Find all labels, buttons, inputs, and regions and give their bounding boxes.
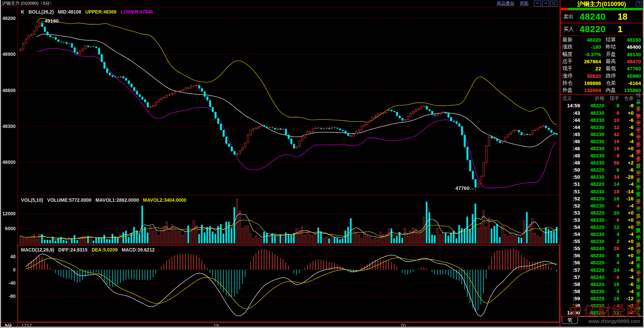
tick-time: :58: [562, 288, 580, 294]
quote-value: 47760: [619, 66, 641, 71]
tick-oi-change: -4: [619, 260, 634, 265]
tick-volume: 4: [604, 260, 619, 265]
chart-nav-buttons: ⇦ ⇨ ◫: [534, 1, 557, 6]
tick-volume: 2: [604, 238, 619, 244]
tick-price: 48220: [580, 267, 604, 273]
tick-row: :57482406-4空平: [562, 274, 641, 281]
tick-price: 48230: [580, 303, 604, 308]
tick-oi-change: -6: [619, 281, 634, 287]
quote-row: 幅度-0.37%开盘48130: [562, 51, 641, 58]
quote-label: 仓差: [606, 80, 619, 86]
tick-row: :514824018-14空平: [562, 188, 641, 195]
tick-time: :53: [562, 217, 580, 223]
quote-grid: 最新48220结算48180涨跌-180昨结48400幅度-0.37%开盘481…: [560, 36, 643, 95]
quote-value: 48400: [619, 44, 641, 50]
tick-oi-change: +0: [619, 110, 634, 116]
tick-volume: 8: [604, 153, 619, 158]
arrow-right-icon[interactable]: ⇨: [542, 1, 549, 6]
tick-row: :52482304-4双平: [562, 202, 641, 209]
quote-label: 跌停: [606, 73, 619, 79]
buy-strength-bar: [568, 8, 643, 10]
tick-oi-change: -2: [619, 303, 634, 308]
tick-volume: 6: [604, 167, 619, 173]
tick-time: :57: [562, 267, 580, 273]
col-header-volume: 现手: [604, 95, 619, 102]
quote-row: 持仓199886仓差-6164: [562, 80, 641, 87]
tab-tick-detail[interactable]: 笔: [562, 316, 578, 324]
tick-oi-change: -4: [619, 274, 634, 280]
tick-volume: 4: [604, 303, 619, 308]
bid-label: 买入: [563, 26, 580, 32]
tick-row: :594822016-12多平: [562, 295, 641, 302]
tick-row: :544822012+0空换: [562, 223, 641, 231]
tick-time: :46: [562, 138, 580, 144]
tick-oi-change: +2: [619, 160, 634, 166]
tick-row: :454823042-6空平: [562, 131, 641, 138]
tick-oi-change: -6: [619, 131, 634, 137]
tick-time: :59: [562, 303, 580, 308]
tick-time: :44: [562, 117, 580, 123]
tick-volume: 12: [604, 124, 619, 130]
tick-price: 48230: [580, 146, 604, 151]
quote-label: 持仓: [562, 80, 575, 86]
quote-label: 幅度: [562, 51, 575, 58]
tick-row: :54482304-4双平: [562, 231, 641, 238]
bid-price: 48220: [580, 24, 618, 35]
restore-window-icon[interactable]: ❐: [636, 1, 642, 6]
tick-volume: 8: [604, 253, 619, 258]
quote-label: 最高: [606, 58, 619, 65]
tick-price: 48230: [580, 138, 604, 144]
quote-value: 50820: [575, 73, 601, 79]
tick-time: :51: [562, 189, 580, 194]
tick-price: 48230: [580, 131, 604, 137]
quote-panel: 沪铜主力(010090) ❐ 卖出 48240 18 买入 48220 1 最新…: [560, 0, 643, 327]
tick-oi-change: +0: [619, 224, 634, 230]
tick-price: 48240: [580, 245, 604, 251]
ask-label: 卖出: [563, 14, 580, 20]
quote-value: 22: [575, 66, 601, 71]
tick-price: 48230: [580, 124, 604, 130]
ask-row[interactable]: 卖出 48240 18: [560, 10, 643, 23]
tick-volume: 18: [604, 189, 619, 194]
tick-time: :45: [562, 131, 580, 137]
period-link[interactable]: 周期: [520, 0, 529, 6]
arrow-left-icon[interactable]: ⇦: [534, 1, 541, 6]
tick-volume: 4: [604, 203, 619, 209]
quote-value: -6164: [619, 80, 641, 86]
tick-time: :55: [562, 238, 580, 244]
tick-row: :43482306+0多换: [562, 109, 641, 116]
tick-price: 48220: [580, 281, 604, 287]
quote-label: 昨结: [606, 44, 619, 50]
quote-value: 267864: [575, 59, 601, 64]
tick-time: :53: [562, 210, 580, 216]
col-header-oi-change: 仓差: [619, 95, 634, 102]
tick-volume: 6: [604, 110, 619, 116]
tick-time: :55: [562, 245, 580, 251]
tick-row: :584822016-6多平: [562, 281, 641, 288]
tick-oi-change: -6: [619, 167, 634, 173]
chart-region[interactable]: K BOLL(26,2) MID:48108 UPPER:48369 LOWER…: [0, 0, 560, 328]
quote-value: 132004: [575, 87, 601, 93]
split-window-icon[interactable]: ◫: [550, 1, 557, 6]
title-bar-actions: 商品叠加 周期 ⇦ ⇨ ◫: [497, 0, 557, 6]
tick-volume: 14: [604, 181, 619, 187]
bid-row[interactable]: 买入 48220 1: [560, 23, 643, 36]
quote-value: 48130: [619, 51, 641, 57]
tick-price: 48220: [580, 167, 604, 173]
tick-time: 15:00: [562, 310, 580, 315]
quote-row: 总手267864最高48470: [562, 58, 641, 65]
tick-oi-change: -6: [619, 117, 634, 123]
tick-row: :514822014-4多平: [562, 180, 641, 188]
tick-volume: 6: [604, 217, 619, 223]
tick-time: :50: [562, 167, 580, 173]
tick-oi-change: +0: [619, 238, 634, 244]
quote-label: 总手: [562, 58, 575, 65]
tick-row: :56482308+0空换: [562, 252, 641, 259]
kline-canvas[interactable]: [0, 0, 560, 328]
tick-row: :464823016+0多换: [562, 145, 641, 152]
tick-list[interactable]: 14:59482208-8双平:43482306+0多换:444823010-6…: [560, 102, 643, 316]
tick-volume: 4: [604, 288, 619, 294]
tick-volume: 6: [604, 274, 619, 280]
tick-row: :48482308-4空平: [562, 152, 641, 159]
overlay-commodity-link[interactable]: 商品叠加: [497, 0, 514, 6]
